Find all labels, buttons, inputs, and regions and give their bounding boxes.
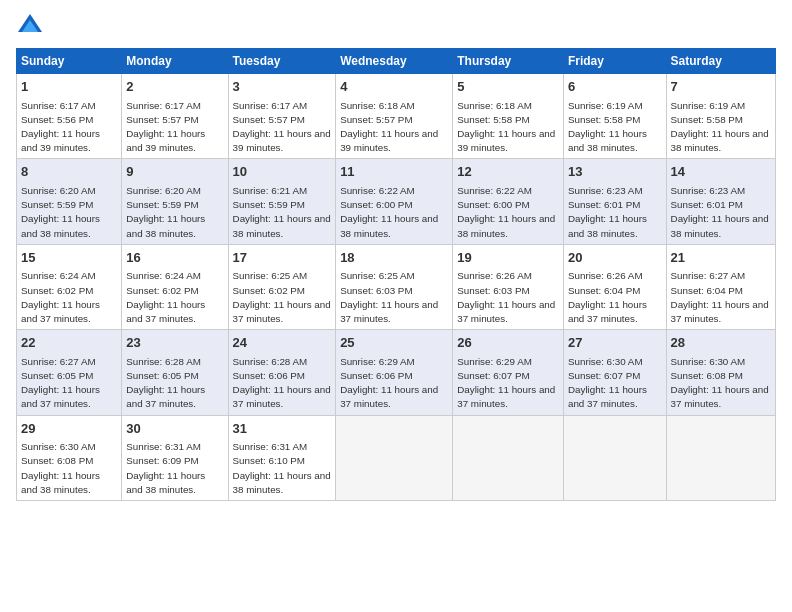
header-day-thursday: Thursday bbox=[453, 49, 564, 74]
calendar-cell: 26Sunrise: 6:29 AM Sunset: 6:07 PM Dayli… bbox=[453, 330, 564, 415]
day-info: Sunrise: 6:22 AM Sunset: 6:00 PM Dayligh… bbox=[340, 185, 438, 239]
day-number: 11 bbox=[340, 163, 448, 181]
calendar-cell: 2Sunrise: 6:17 AM Sunset: 5:57 PM Daylig… bbox=[122, 74, 228, 159]
header-row: SundayMondayTuesdayWednesdayThursdayFrid… bbox=[17, 49, 776, 74]
day-info: Sunrise: 6:18 AM Sunset: 5:58 PM Dayligh… bbox=[457, 100, 555, 154]
week-row-3: 15Sunrise: 6:24 AM Sunset: 6:02 PM Dayli… bbox=[17, 244, 776, 329]
day-number: 5 bbox=[457, 78, 559, 96]
calendar-cell: 9Sunrise: 6:20 AM Sunset: 5:59 PM Daylig… bbox=[122, 159, 228, 244]
day-info: Sunrise: 6:17 AM Sunset: 5:57 PM Dayligh… bbox=[233, 100, 331, 154]
day-number: 23 bbox=[126, 334, 223, 352]
calendar-cell: 22Sunrise: 6:27 AM Sunset: 6:05 PM Dayli… bbox=[17, 330, 122, 415]
day-info: Sunrise: 6:23 AM Sunset: 6:01 PM Dayligh… bbox=[568, 185, 647, 239]
calendar-cell: 21Sunrise: 6:27 AM Sunset: 6:04 PM Dayli… bbox=[666, 244, 775, 329]
day-number: 2 bbox=[126, 78, 223, 96]
calendar-cell: 24Sunrise: 6:28 AM Sunset: 6:06 PM Dayli… bbox=[228, 330, 336, 415]
calendar-cell: 7Sunrise: 6:19 AM Sunset: 5:58 PM Daylig… bbox=[666, 74, 775, 159]
day-number: 19 bbox=[457, 249, 559, 267]
day-number: 25 bbox=[340, 334, 448, 352]
header-day-wednesday: Wednesday bbox=[336, 49, 453, 74]
logo bbox=[16, 12, 48, 40]
calendar-cell bbox=[563, 415, 666, 500]
week-row-4: 22Sunrise: 6:27 AM Sunset: 6:05 PM Dayli… bbox=[17, 330, 776, 415]
day-number: 20 bbox=[568, 249, 662, 267]
day-info: Sunrise: 6:26 AM Sunset: 6:04 PM Dayligh… bbox=[568, 270, 647, 324]
day-info: Sunrise: 6:22 AM Sunset: 6:00 PM Dayligh… bbox=[457, 185, 555, 239]
day-number: 1 bbox=[21, 78, 117, 96]
day-number: 17 bbox=[233, 249, 332, 267]
day-info: Sunrise: 6:19 AM Sunset: 5:58 PM Dayligh… bbox=[671, 100, 769, 154]
header bbox=[16, 12, 776, 40]
day-info: Sunrise: 6:29 AM Sunset: 6:06 PM Dayligh… bbox=[340, 356, 438, 410]
calendar-cell: 4Sunrise: 6:18 AM Sunset: 5:57 PM Daylig… bbox=[336, 74, 453, 159]
day-info: Sunrise: 6:27 AM Sunset: 6:04 PM Dayligh… bbox=[671, 270, 769, 324]
day-info: Sunrise: 6:30 AM Sunset: 6:08 PM Dayligh… bbox=[671, 356, 769, 410]
day-number: 3 bbox=[233, 78, 332, 96]
day-number: 28 bbox=[671, 334, 771, 352]
day-number: 30 bbox=[126, 420, 223, 438]
day-number: 22 bbox=[21, 334, 117, 352]
day-info: Sunrise: 6:28 AM Sunset: 6:05 PM Dayligh… bbox=[126, 356, 205, 410]
calendar-cell: 25Sunrise: 6:29 AM Sunset: 6:06 PM Dayli… bbox=[336, 330, 453, 415]
calendar-cell: 18Sunrise: 6:25 AM Sunset: 6:03 PM Dayli… bbox=[336, 244, 453, 329]
calendar-cell: 6Sunrise: 6:19 AM Sunset: 5:58 PM Daylig… bbox=[563, 74, 666, 159]
day-info: Sunrise: 6:20 AM Sunset: 5:59 PM Dayligh… bbox=[21, 185, 100, 239]
calendar-table: SundayMondayTuesdayWednesdayThursdayFrid… bbox=[16, 48, 776, 501]
calendar-cell: 14Sunrise: 6:23 AM Sunset: 6:01 PM Dayli… bbox=[666, 159, 775, 244]
day-number: 27 bbox=[568, 334, 662, 352]
day-info: Sunrise: 6:30 AM Sunset: 6:07 PM Dayligh… bbox=[568, 356, 647, 410]
calendar-cell: 10Sunrise: 6:21 AM Sunset: 5:59 PM Dayli… bbox=[228, 159, 336, 244]
day-info: Sunrise: 6:30 AM Sunset: 6:08 PM Dayligh… bbox=[21, 441, 100, 495]
calendar-cell: 12Sunrise: 6:22 AM Sunset: 6:00 PM Dayli… bbox=[453, 159, 564, 244]
day-number: 31 bbox=[233, 420, 332, 438]
calendar-cell: 29Sunrise: 6:30 AM Sunset: 6:08 PM Dayli… bbox=[17, 415, 122, 500]
day-number: 13 bbox=[568, 163, 662, 181]
day-number: 24 bbox=[233, 334, 332, 352]
calendar-cell: 19Sunrise: 6:26 AM Sunset: 6:03 PM Dayli… bbox=[453, 244, 564, 329]
day-info: Sunrise: 6:19 AM Sunset: 5:58 PM Dayligh… bbox=[568, 100, 647, 154]
calendar-cell: 8Sunrise: 6:20 AM Sunset: 5:59 PM Daylig… bbox=[17, 159, 122, 244]
page: SundayMondayTuesdayWednesdayThursdayFrid… bbox=[0, 0, 792, 612]
calendar-cell bbox=[666, 415, 775, 500]
logo-icon bbox=[16, 12, 44, 40]
week-row-2: 8Sunrise: 6:20 AM Sunset: 5:59 PM Daylig… bbox=[17, 159, 776, 244]
day-info: Sunrise: 6:24 AM Sunset: 6:02 PM Dayligh… bbox=[126, 270, 205, 324]
calendar-cell: 30Sunrise: 6:31 AM Sunset: 6:09 PM Dayli… bbox=[122, 415, 228, 500]
day-info: Sunrise: 6:23 AM Sunset: 6:01 PM Dayligh… bbox=[671, 185, 769, 239]
day-info: Sunrise: 6:31 AM Sunset: 6:09 PM Dayligh… bbox=[126, 441, 205, 495]
calendar-body: 1Sunrise: 6:17 AM Sunset: 5:56 PM Daylig… bbox=[17, 74, 776, 501]
calendar-cell: 11Sunrise: 6:22 AM Sunset: 6:00 PM Dayli… bbox=[336, 159, 453, 244]
header-day-monday: Monday bbox=[122, 49, 228, 74]
calendar-cell: 23Sunrise: 6:28 AM Sunset: 6:05 PM Dayli… bbox=[122, 330, 228, 415]
week-row-1: 1Sunrise: 6:17 AM Sunset: 5:56 PM Daylig… bbox=[17, 74, 776, 159]
calendar-cell: 1Sunrise: 6:17 AM Sunset: 5:56 PM Daylig… bbox=[17, 74, 122, 159]
day-info: Sunrise: 6:26 AM Sunset: 6:03 PM Dayligh… bbox=[457, 270, 555, 324]
day-number: 9 bbox=[126, 163, 223, 181]
header-day-friday: Friday bbox=[563, 49, 666, 74]
day-number: 10 bbox=[233, 163, 332, 181]
calendar-cell: 27Sunrise: 6:30 AM Sunset: 6:07 PM Dayli… bbox=[563, 330, 666, 415]
day-info: Sunrise: 6:21 AM Sunset: 5:59 PM Dayligh… bbox=[233, 185, 331, 239]
day-number: 21 bbox=[671, 249, 771, 267]
day-info: Sunrise: 6:25 AM Sunset: 6:03 PM Dayligh… bbox=[340, 270, 438, 324]
week-row-5: 29Sunrise: 6:30 AM Sunset: 6:08 PM Dayli… bbox=[17, 415, 776, 500]
calendar-cell: 17Sunrise: 6:25 AM Sunset: 6:02 PM Dayli… bbox=[228, 244, 336, 329]
day-info: Sunrise: 6:31 AM Sunset: 6:10 PM Dayligh… bbox=[233, 441, 331, 495]
calendar-cell: 15Sunrise: 6:24 AM Sunset: 6:02 PM Dayli… bbox=[17, 244, 122, 329]
calendar-cell: 28Sunrise: 6:30 AM Sunset: 6:08 PM Dayli… bbox=[666, 330, 775, 415]
calendar-cell: 13Sunrise: 6:23 AM Sunset: 6:01 PM Dayli… bbox=[563, 159, 666, 244]
day-info: Sunrise: 6:18 AM Sunset: 5:57 PM Dayligh… bbox=[340, 100, 438, 154]
day-info: Sunrise: 6:17 AM Sunset: 5:56 PM Dayligh… bbox=[21, 100, 100, 154]
day-info: Sunrise: 6:17 AM Sunset: 5:57 PM Dayligh… bbox=[126, 100, 205, 154]
day-number: 16 bbox=[126, 249, 223, 267]
calendar-cell: 31Sunrise: 6:31 AM Sunset: 6:10 PM Dayli… bbox=[228, 415, 336, 500]
day-number: 29 bbox=[21, 420, 117, 438]
calendar-cell bbox=[453, 415, 564, 500]
day-number: 18 bbox=[340, 249, 448, 267]
day-info: Sunrise: 6:24 AM Sunset: 6:02 PM Dayligh… bbox=[21, 270, 100, 324]
day-info: Sunrise: 6:20 AM Sunset: 5:59 PM Dayligh… bbox=[126, 185, 205, 239]
day-number: 7 bbox=[671, 78, 771, 96]
day-number: 14 bbox=[671, 163, 771, 181]
day-number: 12 bbox=[457, 163, 559, 181]
day-info: Sunrise: 6:27 AM Sunset: 6:05 PM Dayligh… bbox=[21, 356, 100, 410]
